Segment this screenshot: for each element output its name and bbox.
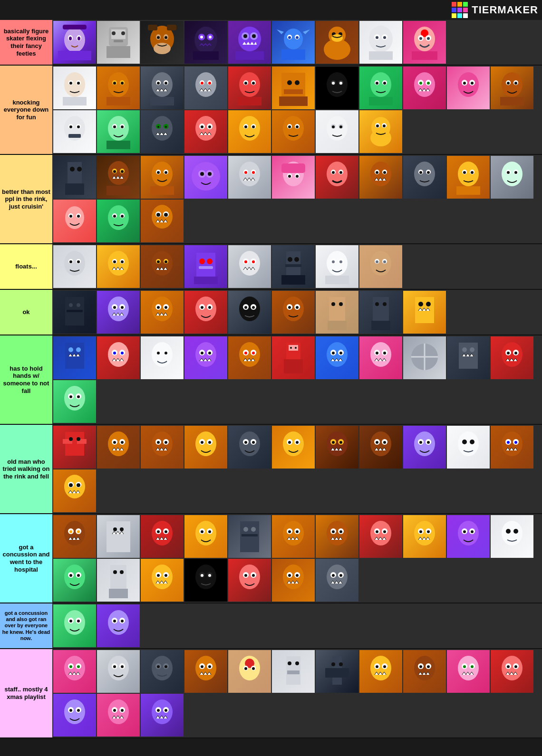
char-item[interactable] — [447, 426, 490, 469]
char-item[interactable] — [228, 426, 271, 469]
char-item[interactable] — [272, 515, 315, 558]
char-item[interactable] — [97, 21, 140, 64]
char-item[interactable] — [359, 336, 402, 379]
char-item[interactable] — [491, 426, 533, 469]
char-item[interactable] — [141, 650, 184, 693]
char-item[interactable] — [447, 515, 490, 558]
char-item[interactable] — [53, 650, 96, 693]
char-item[interactable] — [53, 200, 96, 242]
char-item[interactable] — [53, 559, 96, 602]
char-item[interactable] — [97, 650, 140, 693]
char-item[interactable] — [491, 156, 533, 199]
char-item[interactable] — [184, 245, 227, 288]
char-item[interactable] — [359, 67, 402, 109]
char-item[interactable] — [272, 426, 315, 469]
char-item[interactable] — [184, 559, 227, 602]
char-item[interactable] — [184, 110, 227, 153]
char-item[interactable] — [359, 515, 402, 558]
char-item[interactable] — [228, 291, 271, 334]
char-item[interactable] — [53, 156, 96, 199]
char-item[interactable] — [359, 156, 402, 199]
char-item[interactable] — [141, 156, 184, 199]
char-item[interactable] — [53, 515, 96, 558]
char-item[interactable] — [141, 67, 184, 109]
char-item[interactable] — [316, 559, 358, 602]
char-item[interactable] — [97, 245, 140, 288]
char-item[interactable] — [141, 694, 184, 737]
char-item[interactable] — [97, 604, 140, 647]
char-item[interactable] — [359, 426, 402, 469]
char-item[interactable] — [272, 67, 315, 109]
char-item[interactable] — [53, 469, 96, 512]
char-item[interactable] — [316, 245, 358, 288]
char-item[interactable] — [447, 67, 490, 109]
char-item[interactable] — [359, 21, 402, 64]
char-item[interactable] — [359, 245, 402, 288]
char-item[interactable] — [97, 291, 140, 334]
char-item[interactable] — [141, 291, 184, 334]
char-item[interactable] — [53, 380, 96, 423]
char-item[interactable] — [184, 291, 227, 334]
char-item[interactable] — [97, 336, 140, 379]
char-item[interactable] — [53, 110, 96, 153]
char-item[interactable] — [272, 156, 315, 199]
char-item[interactable] — [316, 426, 358, 469]
char-item[interactable] — [228, 515, 271, 558]
char-item[interactable] — [141, 336, 184, 379]
char-item[interactable] — [316, 156, 358, 199]
char-item[interactable] — [228, 21, 271, 64]
char-item[interactable] — [403, 426, 446, 469]
char-item[interactable] — [184, 426, 227, 469]
char-item[interactable] — [228, 67, 271, 109]
char-item[interactable] — [53, 21, 96, 64]
char-item[interactable] — [228, 650, 271, 693]
char-item[interactable] — [97, 694, 140, 737]
char-item[interactable] — [53, 67, 96, 109]
char-item[interactable] — [491, 67, 533, 109]
char-item[interactable] — [141, 200, 184, 242]
char-item[interactable] — [97, 67, 140, 109]
char-item[interactable] — [141, 245, 184, 288]
char-item[interactable] — [184, 515, 227, 558]
char-item[interactable] — [403, 291, 446, 334]
char-item[interactable] — [272, 245, 315, 288]
char-item[interactable] — [403, 515, 446, 558]
char-item[interactable] — [403, 650, 446, 693]
char-item[interactable] — [228, 336, 271, 379]
char-item[interactable] — [97, 559, 140, 602]
char-item[interactable] — [272, 291, 315, 334]
char-item[interactable] — [359, 650, 402, 693]
char-item[interactable] — [141, 515, 184, 558]
char-item[interactable] — [316, 291, 358, 334]
char-item[interactable] — [53, 604, 96, 647]
char-item[interactable] — [228, 559, 271, 602]
char-item[interactable] — [184, 67, 227, 109]
char-item[interactable] — [141, 110, 184, 153]
char-item[interactable] — [53, 336, 96, 379]
char-item[interactable] — [53, 245, 96, 288]
char-item[interactable] — [272, 21, 315, 64]
char-item[interactable] — [141, 21, 184, 64]
char-item[interactable] — [491, 336, 533, 379]
char-item[interactable] — [447, 336, 490, 379]
char-item[interactable] — [184, 21, 227, 64]
char-item[interactable] — [53, 426, 96, 469]
char-item[interactable] — [316, 67, 358, 109]
char-item[interactable] — [53, 291, 96, 334]
char-item[interactable] — [141, 426, 184, 469]
char-item[interactable] — [228, 156, 271, 199]
char-item[interactable] — [491, 650, 533, 693]
char-item[interactable] — [272, 336, 315, 379]
char-item[interactable] — [184, 336, 227, 379]
char-item[interactable] — [403, 336, 446, 379]
char-item[interactable] — [491, 515, 533, 558]
char-item[interactable] — [272, 559, 315, 602]
char-item[interactable] — [447, 650, 490, 693]
char-item[interactable] — [447, 156, 490, 199]
char-item[interactable] — [316, 650, 358, 693]
char-item[interactable] — [184, 156, 227, 199]
char-item[interactable] — [53, 694, 96, 737]
char-item[interactable] — [97, 156, 140, 199]
char-item[interactable] — [97, 426, 140, 469]
char-item[interactable] — [316, 110, 358, 153]
